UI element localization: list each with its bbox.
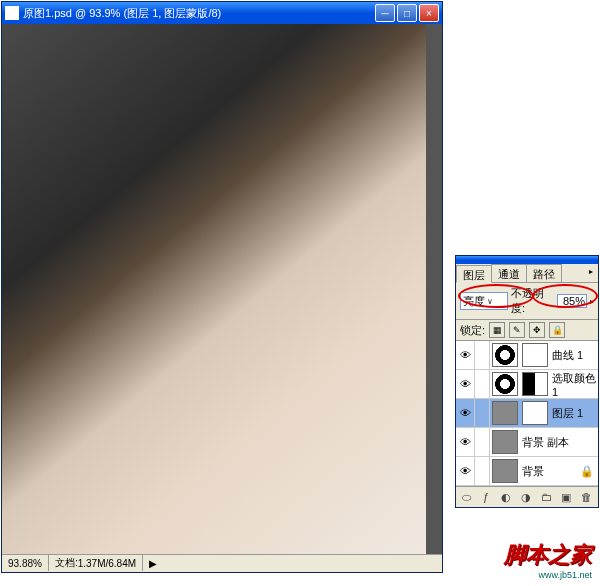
- visibility-toggle-icon[interactable]: 👁: [456, 399, 475, 427]
- layers-list: 👁 曲线 1 👁 选取颜色 1 👁 图层 1 👁 背景 副本: [456, 341, 598, 486]
- layer-thumb: [492, 343, 518, 367]
- layer-row[interactable]: 👁 选取颜色 1: [456, 370, 598, 399]
- tab-channels[interactable]: 通道: [491, 264, 527, 282]
- layer-name[interactable]: 背景 副本: [520, 435, 598, 450]
- minimize-button[interactable]: ─: [375, 4, 395, 22]
- lock-move-icon[interactable]: ✥: [529, 322, 545, 338]
- opacity-arrow-icon[interactable]: ▸: [590, 297, 594, 306]
- document-titlebar[interactable]: 原图1.psd @ 93.9% (图层 1, 图层蒙版/8) ─ □ ×: [2, 2, 442, 24]
- visibility-toggle-icon[interactable]: 👁: [456, 341, 475, 369]
- tab-layers[interactable]: 图层: [456, 265, 492, 283]
- lock-all-icon[interactable]: 🔒: [549, 322, 565, 338]
- new-layer-icon[interactable]: ▣: [558, 489, 574, 505]
- zoom-level[interactable]: 93.88%: [2, 555, 49, 571]
- lock-transparency-icon[interactable]: ▦: [489, 322, 505, 338]
- canvas-area[interactable]: [2, 24, 442, 554]
- mask-thumb: [522, 401, 548, 425]
- document-title: 原图1.psd @ 93.9% (图层 1, 图层蒙版/8): [23, 6, 375, 21]
- layer-options-row: 亮度 ∨ 不透明度: ▸: [456, 283, 598, 320]
- maximize-button[interactable]: □: [397, 4, 417, 22]
- visibility-toggle-icon[interactable]: 👁: [456, 370, 475, 398]
- layer-thumb: [492, 430, 518, 454]
- layer-row[interactable]: 👁 曲线 1: [456, 341, 598, 370]
- document-window: 原图1.psd @ 93.9% (图层 1, 图层蒙版/8) ─ □ × 93.…: [1, 1, 443, 573]
- layer-thumb: [492, 372, 518, 396]
- layers-panel: 图层 通道 路径 ▸ 亮度 ∨ 不透明度: ▸ 锁定: ▦ ✎ ✥ 🔒 👁 曲线…: [455, 255, 599, 508]
- opacity-input[interactable]: [557, 294, 587, 308]
- layer-name[interactable]: 图层 1: [550, 406, 598, 421]
- adjustment-layer-icon[interactable]: ◑: [518, 489, 534, 505]
- app-icon: [5, 6, 19, 20]
- panel-tabs: 图层 通道 路径 ▸: [456, 264, 598, 283]
- layer-style-icon[interactable]: ƒ: [478, 489, 494, 505]
- status-spacer: ▶: [143, 555, 442, 571]
- lock-paint-icon[interactable]: ✎: [509, 322, 525, 338]
- panel-grip[interactable]: [456, 256, 598, 264]
- layer-row[interactable]: 👁 背景 副本: [456, 428, 598, 457]
- layer-row[interactable]: 👁 背景 🔒: [456, 457, 598, 486]
- tab-paths[interactable]: 路径: [526, 264, 562, 282]
- lock-row: 锁定: ▦ ✎ ✥ 🔒: [456, 320, 598, 341]
- layer-row-selected[interactable]: 👁 图层 1: [456, 399, 598, 428]
- close-button[interactable]: ×: [419, 4, 439, 22]
- layer-thumb: [492, 459, 518, 483]
- photo-content: [2, 24, 426, 554]
- panel-menu-icon[interactable]: ▸: [584, 264, 598, 278]
- new-group-icon[interactable]: 🗀: [538, 489, 554, 505]
- opacity-label: 不透明度:: [511, 286, 554, 316]
- mask-thumb: [522, 372, 548, 396]
- link-cell[interactable]: [475, 341, 490, 369]
- layer-thumb: [492, 401, 518, 425]
- chevron-down-icon: ∨: [487, 297, 493, 306]
- visibility-toggle-icon[interactable]: 👁: [456, 457, 475, 485]
- lock-icon: 🔒: [580, 465, 598, 478]
- link-cell[interactable]: [475, 370, 490, 398]
- watermark-text-cn: 脚本之家: [504, 540, 592, 570]
- layer-name[interactable]: 背景: [520, 464, 580, 479]
- doc-size: 文档: 1.37M/6.84M: [49, 555, 143, 571]
- link-layers-icon[interactable]: ⬭: [458, 489, 474, 505]
- blend-mode-dropdown[interactable]: 亮度 ∨: [460, 292, 508, 310]
- mask-thumb: [522, 343, 548, 367]
- layer-name[interactable]: 曲线 1: [550, 348, 598, 363]
- layer-mask-icon[interactable]: ◐: [498, 489, 514, 505]
- delete-layer-icon[interactable]: 🗑: [578, 489, 594, 505]
- status-bar: 93.88% 文档: 1.37M/6.84M ▶: [2, 554, 442, 571]
- lock-label: 锁定:: [460, 323, 485, 338]
- layer-name[interactable]: 选取颜色 1: [550, 371, 598, 398]
- link-cell[interactable]: [475, 399, 490, 427]
- watermark: 脚本之家 www.jb51.net: [504, 540, 592, 580]
- link-cell[interactable]: [475, 428, 490, 456]
- panel-footer: ⬭ ƒ ◐ ◑ 🗀 ▣ 🗑: [456, 486, 598, 507]
- watermark-text-en: www.jb51.net: [538, 570, 592, 580]
- visibility-toggle-icon[interactable]: 👁: [456, 428, 475, 456]
- link-cell[interactable]: [475, 457, 490, 485]
